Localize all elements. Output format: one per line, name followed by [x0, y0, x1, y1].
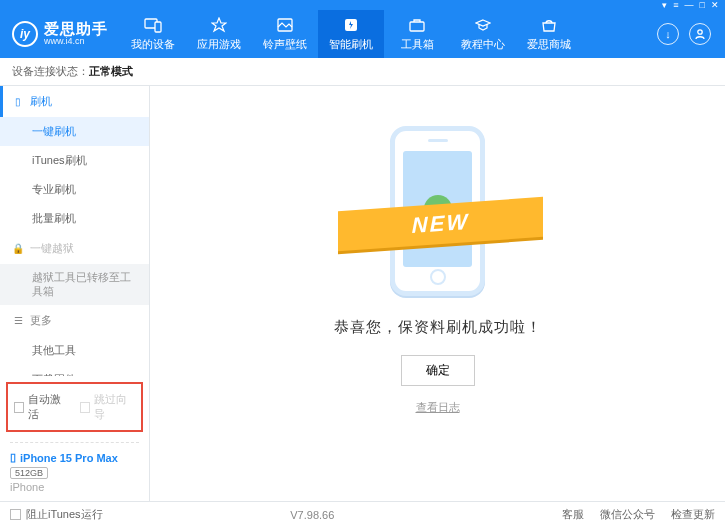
- footer: 阻止iTunes运行 V7.98.66 客服 微信公众号 检查更新: [0, 501, 725, 527]
- tutorial-icon: [473, 16, 493, 34]
- nav-my-device[interactable]: 我的设备: [120, 10, 186, 58]
- apps-icon: [209, 16, 229, 34]
- sidebar: ▯ 刷机 一键刷机 iTunes刷机 专业刷机 批量刷机 🔒 一键越狱 越狱工具…: [0, 86, 150, 501]
- app-header: ▾ ≡ — □ ✕ iy 爱思助手 www.i4.cn 我的设备 应用游戏 铃声…: [0, 0, 725, 58]
- sidebar-item-firmware[interactable]: 下载固件: [0, 365, 149, 376]
- footer-link-support[interactable]: 客服: [562, 507, 584, 522]
- maximize-icon[interactable]: □: [700, 0, 705, 10]
- nav-store[interactable]: 爱思商城: [516, 10, 582, 58]
- lock-icon: 🔒: [12, 243, 24, 255]
- device-name-label: iPhone 15 Pro Max: [20, 452, 118, 464]
- nav-ringtones[interactable]: 铃声壁纸: [252, 10, 318, 58]
- menu-icon[interactable]: ≡: [673, 0, 678, 10]
- app-title: 爱思助手: [44, 21, 108, 38]
- phone-icon: ▯: [12, 96, 24, 108]
- device-phone-icon: ▯: [10, 451, 16, 464]
- svg-rect-4: [410, 22, 424, 31]
- view-log-link[interactable]: 查看日志: [416, 400, 460, 415]
- download-button[interactable]: ↓: [657, 23, 679, 45]
- more-icon: ☰: [12, 314, 24, 326]
- sidebar-item-itunes[interactable]: iTunes刷机: [0, 146, 149, 175]
- storage-badge: 512GB: [10, 467, 48, 479]
- svg-point-5: [698, 30, 702, 34]
- device-type: iPhone: [10, 481, 139, 493]
- main-content: ✓ NEW 恭喜您，保资料刷机成功啦！ 确定 查看日志: [150, 86, 725, 501]
- ok-button[interactable]: 确定: [401, 355, 475, 386]
- giftbox-icon[interactable]: ▾: [662, 0, 667, 10]
- flash-icon: [341, 16, 361, 34]
- app-url: www.i4.cn: [44, 37, 108, 47]
- new-ribbon: NEW: [338, 197, 543, 251]
- footer-link-wechat[interactable]: 微信公众号: [600, 507, 655, 522]
- store-icon: [539, 16, 559, 34]
- close-icon[interactable]: ✕: [711, 0, 719, 10]
- user-button[interactable]: [689, 23, 711, 45]
- footer-link-update[interactable]: 检查更新: [671, 507, 715, 522]
- section-flash[interactable]: ▯ 刷机: [0, 86, 149, 117]
- jailbreak-moved-note: 越狱工具已转移至工具箱: [0, 264, 149, 305]
- device-info[interactable]: ▯ iPhone 15 Pro Max 512GB iPhone: [0, 445, 149, 501]
- main-nav: 我的设备 应用游戏 铃声壁纸 智能刷机 工具箱 教程中心: [120, 10, 582, 58]
- status-bar: 设备连接状态： 正常模式: [0, 58, 725, 86]
- device-icon: [143, 16, 163, 34]
- nav-tutorials[interactable]: 教程中心: [450, 10, 516, 58]
- logo: iy 爱思助手 www.i4.cn: [0, 21, 120, 47]
- window-controls: ▾ ≡ — □ ✕: [0, 0, 725, 10]
- nav-apps[interactable]: 应用游戏: [186, 10, 252, 58]
- options-highlight-box: 自动激活 跳过向导: [6, 382, 143, 432]
- svg-rect-1: [155, 22, 161, 32]
- sidebar-item-othertools[interactable]: 其他工具: [0, 336, 149, 365]
- success-message: 恭喜您，保资料刷机成功啦！: [334, 318, 542, 337]
- sidebar-item-batch[interactable]: 批量刷机: [0, 204, 149, 233]
- success-illustration: ✓ NEW: [328, 116, 548, 306]
- status-label: 设备连接状态：: [12, 64, 89, 79]
- version-label: V7.98.66: [290, 509, 334, 521]
- auto-activate-checkbox[interactable]: 自动激活: [14, 392, 70, 422]
- block-itunes-checkbox[interactable]: 阻止iTunes运行: [10, 507, 103, 522]
- sidebar-item-pro[interactable]: 专业刷机: [0, 175, 149, 204]
- logo-icon: iy: [12, 21, 38, 47]
- minimize-icon[interactable]: —: [685, 0, 694, 10]
- nav-flash[interactable]: 智能刷机: [318, 10, 384, 58]
- status-mode: 正常模式: [89, 64, 133, 79]
- section-more[interactable]: ☰ 更多: [0, 305, 149, 336]
- sidebar-item-oneclick[interactable]: 一键刷机: [0, 117, 149, 146]
- nav-toolbox[interactable]: 工具箱: [384, 10, 450, 58]
- section-jailbreak[interactable]: 🔒 一键越狱: [0, 233, 149, 264]
- toolbox-icon: [407, 16, 427, 34]
- wallpaper-icon: [275, 16, 295, 34]
- skip-guide-checkbox[interactable]: 跳过向导: [80, 392, 136, 422]
